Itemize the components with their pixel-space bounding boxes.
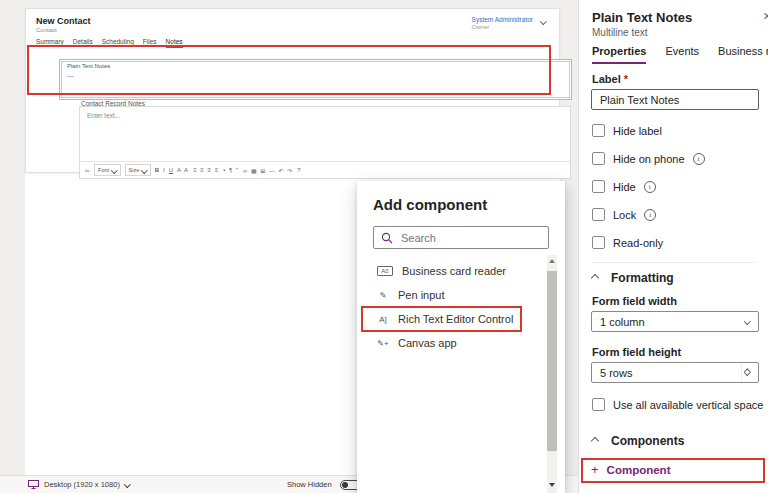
panel-tabs: Properties Events Business rules xyxy=(592,45,768,64)
required-asterisk: * xyxy=(624,73,628,85)
hide-checkbox[interactable] xyxy=(592,180,605,193)
italic-icon[interactable]: I xyxy=(163,167,165,173)
list-item-pen-input[interactable]: ✎ Pen input xyxy=(357,283,565,307)
pen-input-icon: ✎ xyxy=(377,291,389,300)
checkbox-label: Read-only xyxy=(613,237,663,249)
plus-icon: + xyxy=(591,462,599,477)
checkbox-label: Hide on phone xyxy=(613,153,685,165)
list-item-canvas-app[interactable]: ✎+ Canvas app xyxy=(357,331,565,355)
tab-files[interactable]: Files xyxy=(143,38,157,48)
scrollbar-thumb[interactable] xyxy=(547,271,557,451)
collapse-chevron-icon xyxy=(591,274,599,282)
list-item-business-card-reader[interactable]: A≡ Business card reader xyxy=(357,259,565,283)
tab-events[interactable]: Events xyxy=(665,45,699,64)
insert-icons[interactable]: ∞ ▦ ⊞ — ↶ ↷ xyxy=(243,167,293,174)
properties-panel: Plain Text Notes Multiline text ✕ Proper… xyxy=(578,0,768,493)
monitor-icon xyxy=(28,480,39,489)
checkbox-row-lock: Lock i xyxy=(592,208,656,221)
tab-details[interactable]: Details xyxy=(73,38,93,48)
list-icons[interactable]: • ¶ " xyxy=(223,167,239,173)
scroll-down-icon[interactable] xyxy=(547,479,557,491)
device-label: Desktop (1920 x 1080) xyxy=(44,480,120,489)
spinner-buttons[interactable] xyxy=(741,363,758,382)
form-field-height-label: Form field height xyxy=(592,346,681,358)
selected-field-plain-text-notes[interactable]: Plain Text Notes --- xyxy=(59,59,572,100)
owner-value[interactable]: System Administrator xyxy=(472,16,533,24)
add-component-popup: Add component A≡ Business card reader ✎ … xyxy=(357,181,565,493)
component-list: A≡ Business card reader ✎ Pen input A] R… xyxy=(357,259,565,355)
format-painter-icon[interactable]: ✂ xyxy=(85,167,90,174)
close-icon[interactable]: ✕ xyxy=(763,10,768,23)
spin-down-icon[interactable] xyxy=(744,369,750,375)
component-search-box[interactable] xyxy=(373,226,549,249)
tab-scheduling[interactable]: Scheduling xyxy=(102,38,134,48)
scroll-up-icon[interactable] xyxy=(547,255,557,267)
form-field-height-spinner[interactable]: 5 rows xyxy=(591,362,759,383)
bold-icon[interactable]: B xyxy=(155,167,159,173)
tab-notes[interactable]: Notes xyxy=(166,38,183,48)
label-input[interactable]: Plain Text Notes xyxy=(591,89,759,110)
label-text: Label xyxy=(592,73,621,85)
field-value: --- xyxy=(60,69,571,79)
add-component-button[interactable]: + Component xyxy=(591,462,670,477)
info-icon[interactable]: i xyxy=(693,153,705,165)
lock-checkbox[interactable] xyxy=(592,208,605,221)
form-canvas: New Contact Contact Summary Details Sche… xyxy=(25,8,560,173)
checkbox-row-vertical-space: Use all available vertical space xyxy=(592,398,763,411)
popup-scrollbar[interactable] xyxy=(547,255,557,493)
hide-on-phone-checkbox[interactable] xyxy=(592,152,605,165)
height-value: 5 rows xyxy=(600,367,632,379)
search-icon xyxy=(381,232,393,244)
canvas-app-icon: ✎+ xyxy=(377,339,389,348)
device-chevron-down-icon xyxy=(124,481,130,487)
alignment-icons[interactable]: ≡ ≡ ≡ ≡ xyxy=(193,167,219,173)
checkbox-row-hide-on-phone: Hide on phone i xyxy=(592,152,705,165)
form-tabs: Summary Details Scheduling Files Notes xyxy=(26,33,559,48)
form-field-width-label: Form field width xyxy=(592,295,677,307)
list-item-label: Business card reader xyxy=(402,265,506,277)
size-dropdown[interactable]: Size xyxy=(125,164,151,176)
label-field-caption: Label * xyxy=(592,73,628,85)
font-dropdown[interactable]: Font xyxy=(94,164,121,176)
rich-text-notes-field[interactable]: Enter text... ✂ Font Size B I U A A ≡ ≡ … xyxy=(79,106,571,179)
chevron-down-icon xyxy=(141,167,147,173)
hide-label-checkbox[interactable] xyxy=(592,124,605,137)
section-title: Components xyxy=(611,434,684,448)
tab-properties[interactable]: Properties xyxy=(592,45,646,64)
chevron-down-icon xyxy=(111,167,117,173)
components-section-header[interactable]: Components xyxy=(592,434,684,448)
panel-subtitle: Multiline text xyxy=(592,27,648,38)
info-icon[interactable]: i xyxy=(644,209,656,221)
help-icon[interactable]: ? xyxy=(297,167,300,173)
font-dropdown-label: Font xyxy=(98,167,109,173)
list-item-label: Rich Text Editor Control xyxy=(398,313,513,325)
checkbox-label: Use all available vertical space xyxy=(613,399,763,411)
contact-record-notes-label: Contact Record Notes xyxy=(81,100,145,107)
checkbox-label: Lock xyxy=(613,209,636,221)
info-icon[interactable]: i xyxy=(644,181,656,193)
read-only-checkbox[interactable] xyxy=(592,236,605,249)
checkbox-row-hide-label: Hide label xyxy=(592,124,662,137)
component-search-input[interactable] xyxy=(399,231,523,245)
font-color-icons[interactable]: A A xyxy=(177,167,189,173)
business-card-reader-icon: A≡ xyxy=(377,266,393,276)
section-title: Formatting xyxy=(611,271,674,285)
collapse-chevron-icon xyxy=(591,437,599,445)
vertical-space-checkbox[interactable] xyxy=(592,398,605,411)
formatting-section-header[interactable]: Formatting xyxy=(592,271,674,285)
underline-icon[interactable]: U xyxy=(169,167,173,173)
chevron-down-icon xyxy=(744,318,750,324)
list-item-rich-text-editor-control[interactable]: A] Rich Text Editor Control xyxy=(357,307,565,331)
form-field-width-dropdown[interactable]: 1 column xyxy=(591,311,759,332)
owner-field[interactable]: System Administrator Owner xyxy=(472,16,533,32)
rich-text-toolbar: ✂ Font Size B I U A A ≡ ≡ ≡ ≡ • ¶ " ∞ ▦ … xyxy=(80,161,570,178)
checkbox-row-read-only: Read-only xyxy=(592,236,663,249)
tab-summary[interactable]: Summary xyxy=(36,38,64,48)
section-divider xyxy=(592,262,755,263)
tab-business-rules[interactable]: Business rules xyxy=(718,45,768,64)
notes-placeholder: Enter text... xyxy=(80,107,570,119)
checkbox-label: Hide label xyxy=(613,125,662,137)
add-component-label: Component xyxy=(607,464,671,476)
device-selector[interactable]: Desktop (1920 x 1080) xyxy=(28,480,129,489)
toggle-knob xyxy=(342,482,348,488)
